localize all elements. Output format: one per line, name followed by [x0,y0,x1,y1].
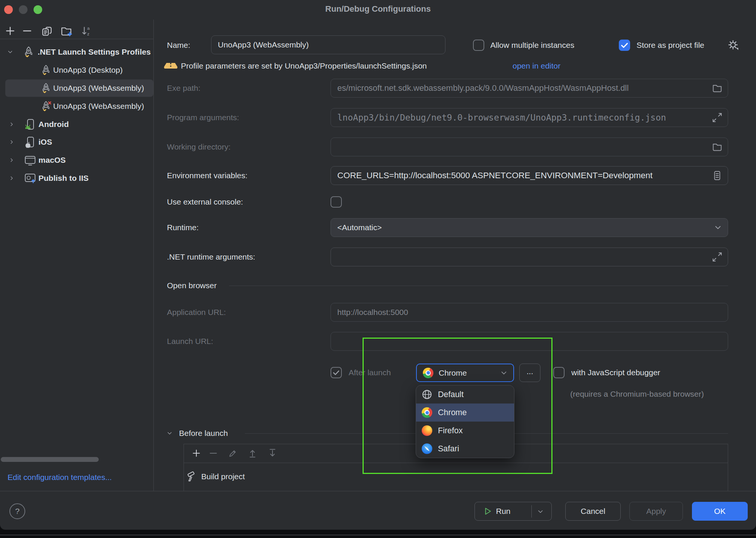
browse-variables-icon[interactable] [712,170,722,181]
environment-variables-label: Environment variables: [167,170,248,181]
tree-item-label: macOS [38,156,66,165]
before-launch-heading[interactable]: Before launch [179,428,228,439]
js-debugger-label[interactable]: with JavaScript debugger [571,367,660,378]
dropdown-option-default[interactable]: Default [416,385,514,404]
help-label: ? [15,507,20,516]
name-value: UnoApp3 (WebAssembly) [218,40,440,49]
name-input[interactable]: UnoApp3 (WebAssembly) [211,35,445,54]
open-in-editor-link[interactable]: open in editor [513,63,560,72]
add-configuration-button[interactable] [5,25,16,37]
add-icon [191,448,201,458]
tree-item-launch-settings-profiles[interactable]: .NET Launch Settings Profiles [0,43,153,61]
remove-task-button[interactable] [208,448,218,458]
runtime-value: <Automatic> [337,223,710,232]
add-task-button[interactable] [191,448,201,458]
browser-select[interactable]: Chrome [416,364,514,382]
sidebar-divider [153,20,154,491]
dropdown-option-firefox[interactable]: Firefox [416,422,514,440]
working-directory-input[interactable] [331,138,728,156]
program-arguments-input[interactable]: lnoApp3/bin/Debug/net9.0-browserwasm/Uno… [331,108,728,127]
exe-path-input[interactable]: es/microsoft.net.sdk.webassembly.pack/9.… [331,79,728,98]
move-task-down-button[interactable] [268,448,277,458]
application-url-input[interactable]: http://localhost:5000 [331,303,728,322]
net-runtime-arguments-input[interactable] [331,248,728,266]
copy-configuration-button[interactable] [41,25,52,37]
launch-url-label: Launch URL: [167,336,213,347]
allow-multiple-instances-label[interactable]: Allow multiple instances [490,40,574,51]
task-label: Build project [201,471,245,482]
tree-item-publish-to-iis[interactable]: Publish to IIS [0,169,153,187]
launch-url-input[interactable] [331,332,728,351]
use-external-console-checkbox[interactable] [331,196,342,208]
net-runtime-arguments-label: .NET runtime arguments: [167,251,255,263]
tree-item-macos[interactable]: macOS [0,151,153,169]
chevron-down-icon[interactable] [166,430,173,437]
chevron-right-icon[interactable] [9,175,15,181]
sidebar-toolbar-divider [0,39,153,39]
expand-icon[interactable] [712,252,722,262]
chevron-down-icon [500,369,508,377]
dropdown-option-chrome[interactable]: Chrome [416,404,514,422]
play-icon [484,507,492,515]
banner-text: Profile parameters are set by UnoApp3/Pr… [181,63,427,72]
chevron-right-icon[interactable] [9,121,15,127]
macos-icon [24,154,36,166]
edit-pencil-icon [228,448,238,458]
expand-icon[interactable] [712,112,722,123]
footer-divider [0,491,756,491]
run-button[interactable]: Run [474,502,552,521]
edit-configuration-templates-link[interactable]: Edit configuration templates... [8,472,112,483]
dropdown-option-label: Firefox [438,426,463,436]
ok-button[interactable]: OK [692,502,748,521]
tree-item-unoapp3-desktop[interactable]: UnoApp3 (Desktop) [0,61,153,79]
android-phone-icon [24,118,36,130]
application-url-label: Application URL: [167,307,226,318]
tree-item-ios[interactable]: iOS [0,133,153,151]
js-debugger-checkbox[interactable] [553,367,565,378]
after-launch-checkbox[interactable] [331,367,342,378]
runtime-select[interactable]: <Automatic> [331,218,728,237]
dropdown-option-safari[interactable]: Safari [416,440,514,458]
remove-configuration-button[interactable] [21,25,33,37]
browser-dropdown: Default Chrome Firefox Safari [416,385,514,458]
help-button[interactable]: ? [9,503,25,519]
chevron-down-icon[interactable] [537,508,544,515]
sidebar-horizontal-scrollbar[interactable] [1,457,99,462]
remove-icon [208,448,218,458]
exe-path-label: Exe path: [167,83,200,94]
rocket-error-icon [40,101,52,112]
chevron-down-icon[interactable] [7,49,14,55]
tree-item-unoapp3-webassembly-error[interactable]: UnoApp3 (WebAssembly) [0,97,153,115]
allow-multiple-instances-checkbox[interactable] [473,40,484,51]
iis-icon [24,172,36,184]
cancel-button[interactable]: Cancel [565,502,621,521]
gear-icon [727,38,740,52]
rocket-icon [40,64,52,76]
chevron-right-icon[interactable] [9,157,15,163]
task-row-build-project[interactable]: Build project [184,469,727,484]
environment-variables-input[interactable]: CORE_URLS=http://localhost:5000 ASPNETCO… [331,166,728,185]
tree-item-label: Android [38,120,69,129]
firefox-icon [422,425,432,436]
edit-task-button[interactable] [228,448,238,458]
chevron-right-icon[interactable] [9,139,15,145]
tree-item-label: .NET Launch Settings Profiles [38,47,151,57]
tree-item-unoapp3-webassembly-selected[interactable]: UnoApp3 (WebAssembly) [0,79,153,97]
task-table-right-border [728,444,728,491]
store-as-project-file-label[interactable]: Store as project file [637,40,704,51]
sort-configurations-button[interactable] [81,25,92,37]
tree-item-label: UnoApp3 (WebAssembly) [53,102,144,111]
apply-button[interactable]: Apply [629,502,683,521]
folder-icon[interactable] [712,142,722,152]
task-table-toolbar-divider [184,463,728,463]
environment-variables-value: CORE_URLS=http://localhost:5000 ASPNETCO… [337,171,708,180]
folder-icon[interactable] [712,83,722,93]
open-browser-heading: Open browser [167,280,217,291]
browse-browsers-button[interactable]: ... [519,364,540,382]
move-task-up-button[interactable] [248,448,257,458]
new-folder-button[interactable] [60,25,72,37]
store-as-project-file-checkbox[interactable] [619,40,630,51]
tree-item-android[interactable]: Android [0,115,153,133]
chrome-icon [423,368,433,378]
store-settings-button[interactable] [727,38,740,52]
